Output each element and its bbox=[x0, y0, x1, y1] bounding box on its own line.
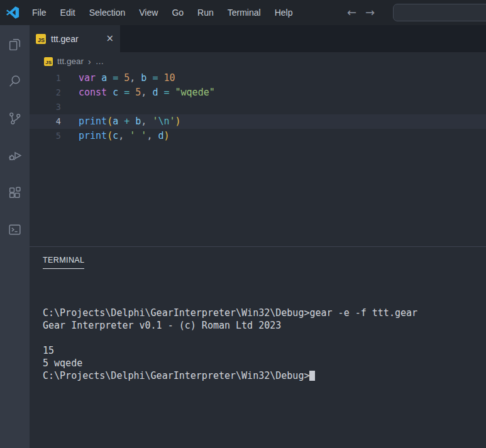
code-text[interactable]: print(a + b, '\n') bbox=[61, 114, 181, 129]
tab-ttt-gear[interactable]: JS ttt.gear × bbox=[30, 25, 120, 52]
line-number: 1 bbox=[30, 71, 61, 85]
menu-item-terminal[interactable]: Terminal bbox=[221, 5, 268, 20]
code-line-5[interactable]: 5print(c, ' ', d) bbox=[30, 129, 486, 143]
code-text[interactable] bbox=[61, 100, 84, 114]
terminal-line: 5 wqede bbox=[43, 357, 486, 369]
menu-item-help[interactable]: Help bbox=[268, 5, 300, 20]
run-and-debug-icon[interactable] bbox=[7, 147, 23, 163]
tab-label: ttt.gear bbox=[51, 34, 101, 44]
menu-item-edit[interactable]: Edit bbox=[53, 5, 82, 20]
terminal-output[interactable]: C:\Projects\Delphi\GearInterpreter\Win32… bbox=[30, 307, 486, 382]
terminal-cursor bbox=[309, 371, 315, 381]
breadcrumb-chevron-icon: › bbox=[88, 57, 91, 67]
main-area: JS ttt.gear × JS ttt.gear › … 1var a = 5… bbox=[30, 25, 486, 448]
menu-item-go[interactable]: Go bbox=[165, 5, 191, 20]
js-file-icon: JS bbox=[36, 34, 46, 44]
tab-close-icon[interactable]: × bbox=[106, 34, 114, 43]
code-text[interactable]: print(c, ' ', d) bbox=[61, 129, 170, 143]
vscode-logo-icon bbox=[6, 6, 19, 19]
breadcrumb-js-file-icon: JS bbox=[44, 57, 53, 66]
terminal-panel-icon[interactable] bbox=[7, 221, 23, 238]
menu-item-run[interactable]: Run bbox=[191, 5, 221, 20]
terminal-line: Gear Interpreter v0.1 - (c) Roman Ltd 20… bbox=[43, 319, 486, 332]
code-line-1[interactable]: 1var a = 5, b = 10 bbox=[30, 71, 486, 85]
source-control-icon[interactable] bbox=[7, 110, 23, 126]
tab-terminal[interactable]: TERMINAL bbox=[43, 256, 84, 269]
forward-arrow-icon[interactable]: → bbox=[365, 7, 375, 18]
vscode-window: FileEditSelectionViewGoRunTerminalHelp ←… bbox=[0, 0, 486, 448]
terminal-line: C:\Projects\Delphi\GearInterpreter\Win32… bbox=[43, 307, 486, 319]
line-number: 2 bbox=[30, 85, 61, 100]
menu-item-file[interactable]: File bbox=[25, 5, 53, 20]
breadcrumb-file[interactable]: ttt.gear bbox=[57, 57, 84, 66]
terminal-line: 15 bbox=[43, 344, 486, 357]
activity-bar bbox=[0, 25, 30, 448]
code-line-3[interactable]: 3 bbox=[30, 100, 486, 114]
menu-item-view[interactable]: View bbox=[132, 5, 165, 20]
command-search-input[interactable] bbox=[393, 4, 486, 21]
terminal-line bbox=[43, 332, 486, 344]
code-line-4[interactable]: 4print(a + b, '\n') bbox=[30, 114, 486, 129]
extensions-icon[interactable] bbox=[7, 184, 23, 200]
menu-item-selection[interactable]: Selection bbox=[82, 5, 133, 20]
breadcrumb-more[interactable]: … bbox=[96, 57, 104, 66]
code-text[interactable]: var a = 5, b = 10 bbox=[61, 71, 175, 85]
line-number: 4 bbox=[30, 114, 61, 129]
explorer-icon[interactable] bbox=[7, 36, 23, 52]
line-number: 3 bbox=[30, 100, 61, 114]
back-arrow-icon[interactable]: ← bbox=[347, 7, 356, 18]
code-line-2[interactable]: 2const c = 5, d = "wqede" bbox=[30, 85, 486, 100]
search-icon[interactable] bbox=[7, 73, 23, 89]
terminal-panel: TERMINAL C:\Projects\Delphi\GearInterpre… bbox=[30, 246, 486, 448]
code-text[interactable]: const c = 5, d = "wqede" bbox=[61, 85, 215, 100]
code-area[interactable]: 1var a = 5, b = 102const c = 5, d = "wqe… bbox=[30, 70, 486, 246]
panel-header: TERMINAL bbox=[30, 247, 486, 269]
breadcrumb: JS ttt.gear › … bbox=[30, 52, 486, 70]
terminal-prompt-line[interactable]: C:\Projects\Delphi\GearInterpreter\Win32… bbox=[43, 369, 486, 382]
line-number: 5 bbox=[30, 129, 61, 143]
tab-bar: JS ttt.gear × bbox=[30, 25, 486, 52]
terminal-prompt: C:\Projects\Delphi\GearInterpreter\Win32… bbox=[43, 370, 309, 381]
history-nav: ← → bbox=[347, 0, 375, 25]
menu-bar: FileEditSelectionViewGoRunTerminalHelp bbox=[25, 5, 299, 20]
titlebar: FileEditSelectionViewGoRunTerminalHelp ←… bbox=[0, 0, 486, 25]
